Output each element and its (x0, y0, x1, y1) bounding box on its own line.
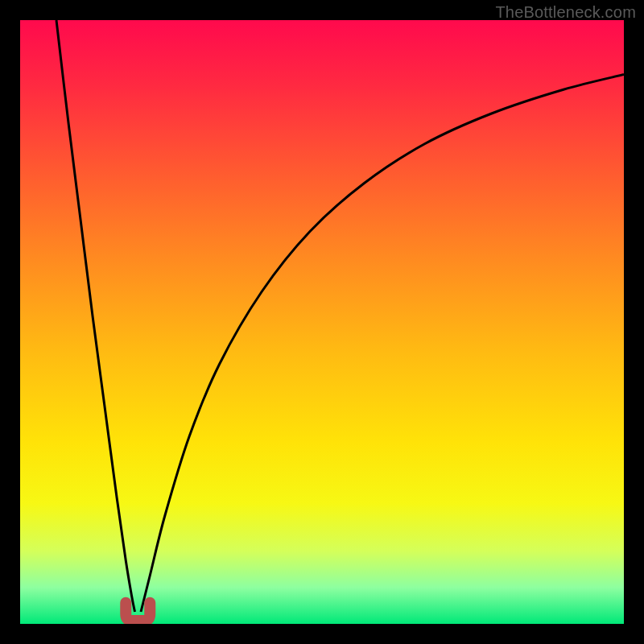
plot-svg (20, 20, 624, 624)
heatmap-background (20, 20, 624, 624)
chart-frame: TheBottleneck.com (0, 0, 644, 644)
attribution-label: TheBottleneck.com (495, 3, 636, 22)
plot-area (20, 20, 624, 624)
